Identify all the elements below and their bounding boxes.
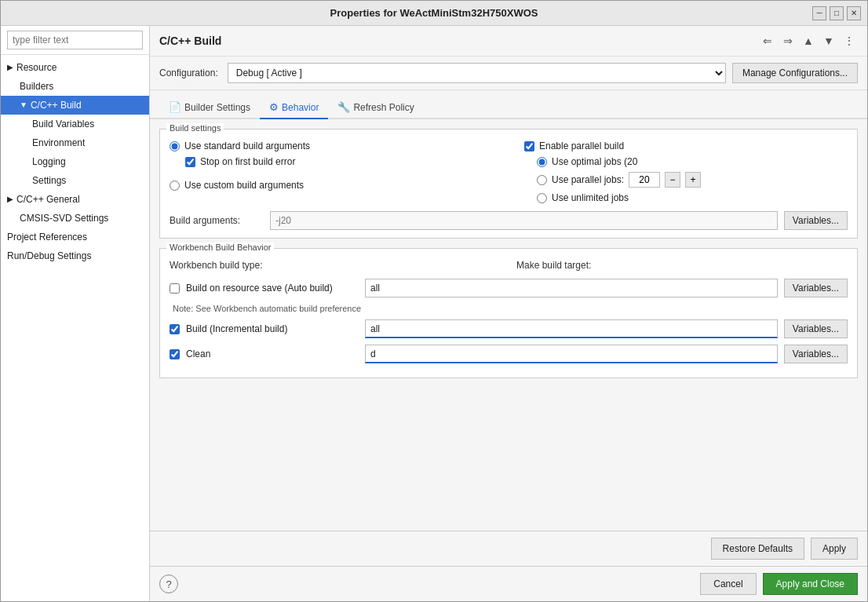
- clean-row: Clean Variables...: [170, 345, 848, 363]
- help-button[interactable]: ?: [159, 575, 178, 593]
- sidebar-item-build-variables[interactable]: Build Variables: [1, 115, 149, 133]
- use-standard-label[interactable]: Use standard build arguments: [184, 140, 310, 151]
- sidebar-item-label: Build Variables: [32, 116, 94, 132]
- tab-refresh-policy[interactable]: 🔧 Refresh Policy: [328, 97, 423, 119]
- enable-parallel-checkbox[interactable]: [524, 141, 534, 151]
- stop-on-error-label[interactable]: Stop on first build error: [200, 156, 295, 167]
- build-col-right: Enable parallel build Use optimal jobs (…: [524, 140, 848, 203]
- optimal-jobs-radio[interactable]: [537, 157, 547, 167]
- tab-label: Builder Settings: [184, 102, 250, 113]
- enable-parallel-row: Enable parallel build: [524, 140, 848, 151]
- parallel-jobs-input[interactable]: [629, 172, 660, 188]
- build-type-col-header: Workbench build type:: [170, 260, 501, 271]
- optimal-jobs-row: Use optimal jobs (20: [537, 156, 848, 167]
- sidebar-item-resource[interactable]: ▶ Resource: [1, 58, 149, 77]
- bottom-action-bar: Restore Defaults Apply: [150, 531, 867, 566]
- unlimited-jobs-row: Use unlimited jobs: [537, 192, 848, 203]
- sidebar-item-logging[interactable]: Logging: [1, 152, 149, 171]
- use-custom-row: Use custom build arguments: [170, 180, 493, 191]
- right-panel: C/C++ Build ⇐ ⇒ ▲ ▼ ⋮ Configuration: Deb…: [150, 26, 867, 601]
- sidebar-item-project-references[interactable]: Project References: [1, 228, 149, 246]
- unlimited-jobs-radio[interactable]: [537, 193, 547, 203]
- up-button[interactable]: ▲: [800, 32, 817, 49]
- clean-variables-button[interactable]: Variables...: [784, 345, 848, 363]
- use-custom-label[interactable]: Use custom build arguments: [184, 180, 304, 191]
- workbench-section: Workbench Build Behavior Workbench build…: [159, 248, 858, 378]
- jobs-increment-button[interactable]: +: [685, 172, 701, 188]
- config-row: Configuration: Debug [ Active ] Manage C…: [150, 57, 867, 90]
- optimal-jobs-label[interactable]: Use optimal jobs (20: [552, 156, 637, 167]
- enable-parallel-label[interactable]: Enable parallel build: [539, 140, 624, 151]
- refresh-policy-icon: 🔧: [337, 101, 350, 113]
- incremental-variables-button[interactable]: Variables...: [784, 319, 848, 338]
- config-select-wrap: Debug [ Active ] Manage Configurations..…: [228, 63, 858, 83]
- incremental-build-checkbox[interactable]: [170, 324, 180, 334]
- filter-input[interactable]: [7, 31, 143, 49]
- filter-wrap: [1, 26, 149, 55]
- tab-builder-settings[interactable]: 📄 Builder Settings: [159, 97, 260, 119]
- clean-target-input[interactable]: [365, 345, 778, 363]
- expand-arrow: ▶: [7, 60, 13, 75]
- jobs-decrement-button[interactable]: −: [665, 172, 680, 188]
- tree: ▶ Resource Builders ▼ C/C++ Build Build …: [1, 55, 149, 601]
- incremental-build-target-input[interactable]: [365, 319, 778, 338]
- builder-settings-icon: 📄: [169, 101, 181, 113]
- apply-and-close-button[interactable]: Apply and Close: [763, 573, 858, 595]
- manage-configurations-button[interactable]: Manage Configurations...: [732, 63, 858, 83]
- clean-checkbox[interactable]: [170, 349, 180, 359]
- expand-arrow: ▼: [20, 97, 27, 113]
- auto-build-row: Build on resource save (Auto build) Vari…: [170, 279, 848, 297]
- back-button[interactable]: ⇐: [759, 32, 776, 49]
- stop-on-error-row: Stop on first build error: [185, 156, 493, 167]
- incremental-build-label[interactable]: Build (Incremental build): [186, 323, 359, 334]
- close-button[interactable]: ✕: [847, 6, 861, 20]
- auto-build-checkbox[interactable]: [170, 283, 180, 294]
- tab-behavior[interactable]: ⚙ Behavior: [260, 97, 328, 119]
- config-label: Configuration:: [159, 67, 218, 78]
- parallel-jobs-radio[interactable]: [537, 175, 547, 185]
- behavior-icon: ⚙: [269, 101, 279, 113]
- forward-button[interactable]: ⇒: [779, 32, 797, 49]
- footer-bar: ? Cancel Apply and Close: [150, 566, 867, 601]
- sidebar-item-label: Resource: [16, 60, 57, 75]
- sidebar: ▶ Resource Builders ▼ C/C++ Build Build …: [1, 26, 150, 601]
- sidebar-item-label: Project References: [7, 229, 87, 245]
- unlimited-jobs-label[interactable]: Use unlimited jobs: [552, 192, 629, 203]
- content-area: Build settings Use standard build argume…: [150, 119, 867, 531]
- clean-label[interactable]: Clean: [186, 348, 359, 359]
- use-standard-radio[interactable]: [170, 141, 180, 151]
- sidebar-item-cpp-general[interactable]: ▶ C/C++ General: [1, 190, 149, 209]
- minimize-button[interactable]: ─: [812, 6, 826, 20]
- sidebar-item-run-debug[interactable]: Run/Debug Settings: [1, 246, 149, 265]
- sidebar-item-cpp-build[interactable]: ▼ C/C++ Build: [1, 96, 149, 115]
- stop-on-error-checkbox[interactable]: [185, 157, 195, 167]
- apply-button[interactable]: Apply: [811, 538, 858, 560]
- build-args-input[interactable]: [270, 211, 778, 230]
- incremental-build-row: Build (Incremental build) Variables...: [170, 319, 848, 338]
- use-custom-radio[interactable]: [170, 181, 180, 191]
- sidebar-item-label: Environment: [32, 135, 85, 151]
- sidebar-item-label: C/C++ Build: [31, 97, 82, 113]
- sidebar-item-environment[interactable]: Environment: [1, 133, 149, 152]
- auto-build-label[interactable]: Build on resource save (Auto build): [186, 283, 359, 294]
- tab-label: Behavior: [282, 102, 319, 113]
- sidebar-item-builders[interactable]: Builders: [1, 77, 149, 96]
- cancel-button[interactable]: Cancel: [700, 573, 756, 595]
- auto-build-variables-button[interactable]: Variables...: [784, 279, 848, 297]
- auto-build-target-input[interactable]: [365, 279, 778, 297]
- sidebar-item-settings[interactable]: Settings: [1, 171, 149, 190]
- workbench-headers: Workbench build type: Make build target:: [170, 260, 848, 271]
- config-select[interactable]: Debug [ Active ]: [228, 63, 726, 83]
- sidebar-item-label: CMSIS-SVD Settings: [20, 210, 108, 226]
- sidebar-item-label: Run/Debug Settings: [7, 248, 91, 264]
- build-args-variables-button[interactable]: Variables...: [784, 211, 848, 230]
- sidebar-item-cmsis-svd[interactable]: CMSIS-SVD Settings: [1, 209, 149, 228]
- titlebar: Properties for WeActMiniStm32H750XWOS ─ …: [1, 1, 867, 26]
- build-args-label: Build arguments:: [170, 215, 264, 226]
- sidebar-item-label: C/C++ General: [16, 192, 80, 207]
- down-button[interactable]: ▼: [820, 32, 837, 49]
- menu-button[interactable]: ⋮: [841, 32, 858, 49]
- restore-defaults-button[interactable]: Restore Defaults: [711, 538, 804, 560]
- titlebar-controls: ─ □ ✕: [812, 6, 861, 20]
- restore-button[interactable]: □: [830, 6, 844, 20]
